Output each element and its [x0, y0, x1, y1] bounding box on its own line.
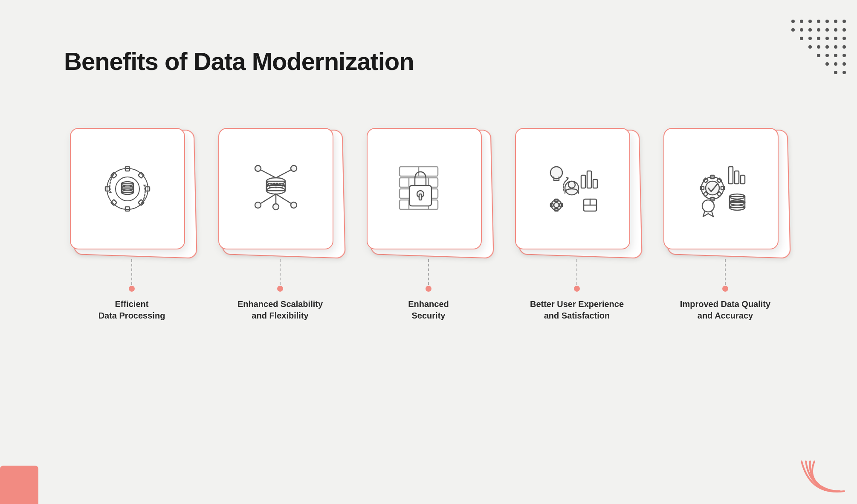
svg-point-28 — [843, 54, 846, 57]
data-quality-icon — [691, 159, 751, 219]
card-label-3: EnhancedSecurity — [408, 298, 449, 322]
dotted-line-4 — [576, 259, 577, 285]
dotted-line-3 — [428, 259, 429, 285]
dot-3 — [426, 286, 431, 292]
svg-point-62 — [255, 165, 261, 171]
svg-point-8 — [800, 28, 803, 32]
decorative-arcs-bottom-right — [797, 444, 848, 495]
svg-rect-81 — [593, 180, 597, 188]
svg-point-63 — [291, 165, 297, 171]
card-enhanced-security: EnhancedSecurity — [358, 128, 499, 322]
svg-point-111 — [702, 200, 714, 212]
svg-point-19 — [843, 37, 846, 40]
svg-point-15 — [808, 37, 812, 40]
card-front-4 — [515, 128, 630, 249]
card-3d-2 — [218, 128, 342, 256]
gear-data-icon — [98, 159, 157, 219]
svg-point-4 — [825, 20, 829, 23]
svg-point-14 — [800, 37, 803, 40]
decorative-dots-top-right — [780, 9, 848, 77]
svg-point-29 — [825, 62, 829, 66]
svg-point-61 — [291, 202, 297, 208]
svg-point-9 — [808, 28, 812, 32]
dot-1 — [129, 286, 135, 292]
cards-container: EfficientData Processing — [43, 128, 814, 322]
card-label-4: Better User Experienceand Satisfaction — [530, 298, 624, 322]
dot-4 — [574, 286, 580, 292]
svg-point-16 — [817, 37, 820, 40]
svg-rect-95 — [741, 175, 745, 184]
svg-point-27 — [834, 54, 837, 57]
svg-point-32 — [834, 71, 837, 74]
svg-point-85 — [554, 203, 559, 208]
svg-point-77 — [550, 167, 562, 179]
svg-point-5 — [834, 20, 837, 23]
dotted-line-5 — [725, 259, 726, 285]
svg-rect-100 — [701, 186, 704, 190]
card-front-3 — [367, 128, 482, 249]
page-title: Benefits of Data Modernization — [64, 47, 414, 75]
svg-rect-101 — [721, 186, 724, 190]
svg-rect-94 — [735, 171, 739, 184]
card-improved-data-quality: Improved Data Qualityand Accuracy — [655, 128, 796, 322]
svg-point-3 — [817, 20, 820, 23]
svg-point-26 — [825, 54, 829, 57]
svg-point-23 — [834, 45, 837, 49]
svg-point-1 — [800, 20, 803, 23]
card-3d-1 — [70, 128, 194, 256]
svg-point-17 — [825, 37, 829, 40]
svg-point-20 — [808, 45, 812, 49]
svg-point-12 — [834, 28, 837, 32]
svg-rect-79 — [581, 175, 585, 188]
card-3d-5 — [663, 128, 787, 256]
card-3d-4 — [515, 128, 639, 256]
dot-2 — [277, 286, 283, 292]
database-nodes-icon — [246, 159, 306, 219]
svg-point-60 — [273, 204, 279, 210]
svg-point-21 — [817, 45, 820, 49]
svg-point-11 — [825, 28, 829, 32]
svg-point-43 — [116, 177, 139, 201]
svg-point-10 — [817, 28, 820, 32]
dotted-line-1 — [131, 259, 132, 285]
card-label-5: Improved Data Qualityand Accuracy — [680, 298, 770, 322]
card-label-1: EfficientData Processing — [98, 298, 165, 322]
card-3d-3 — [367, 128, 490, 256]
svg-point-31 — [843, 62, 846, 66]
svg-point-22 — [825, 45, 829, 49]
card-front-5 — [663, 128, 779, 249]
svg-point-13 — [843, 28, 846, 32]
card-enhanced-scalability: Enhanced Scalabilityand Flexibility — [210, 128, 350, 322]
decorative-pink-square — [0, 466, 38, 504]
user-experience-icon — [543, 159, 602, 219]
card-better-user-experience: Better User Experienceand Satisfaction — [507, 128, 647, 322]
svg-point-33 — [843, 71, 846, 74]
card-label-2: Enhanced Scalabilityand Flexibility — [237, 298, 323, 322]
svg-point-7 — [791, 28, 795, 32]
lock-wall-icon — [394, 159, 454, 219]
dot-5 — [722, 286, 728, 292]
svg-point-18 — [834, 37, 837, 40]
svg-point-24 — [843, 45, 846, 49]
svg-rect-76 — [419, 194, 422, 200]
svg-point-25 — [817, 54, 820, 57]
card-front-2 — [218, 128, 333, 249]
svg-point-2 — [808, 20, 812, 23]
svg-rect-80 — [587, 171, 591, 188]
dotted-line-2 — [280, 259, 281, 285]
svg-point-6 — [843, 20, 846, 23]
svg-rect-93 — [729, 167, 733, 184]
card-front-1 — [70, 128, 185, 249]
svg-point-30 — [834, 62, 837, 66]
svg-point-0 — [791, 20, 795, 23]
svg-point-59 — [255, 202, 261, 208]
card-efficient-data-processing: EfficientData Processing — [61, 128, 202, 322]
